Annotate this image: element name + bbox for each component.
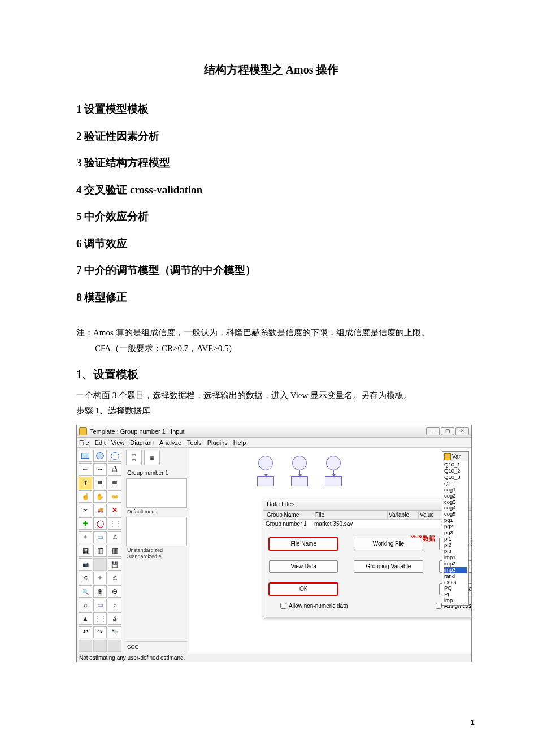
model-label[interactable]: Default model (126, 509, 187, 516)
select-one-icon[interactable] (79, 490, 92, 503)
loupe-icon[interactable] (108, 599, 121, 611)
undo-icon[interactable] (79, 626, 92, 638)
ok-button[interactable]: OK (269, 583, 338, 595)
data-files-icon[interactable] (79, 545, 92, 557)
grouping-variable-button[interactable]: Grouping Variable (354, 560, 423, 573)
disabled-tool-icon (108, 640, 121, 652)
checkbox-icon[interactable] (280, 603, 286, 609)
dialog-title: Data Files (263, 499, 471, 511)
status-bar: Not estimating any user-defined estimand… (77, 654, 471, 662)
mid-bottom-label: COG (126, 641, 187, 652)
variable-item[interactable]: cog1 (444, 487, 467, 493)
menu-analyze[interactable]: Analyze (159, 439, 181, 446)
calculate-icon[interactable] (108, 545, 121, 557)
input-path-diagram-icon[interactable]: ▭▭ (126, 450, 142, 465)
toc-item: 5 中介效应分析 (76, 203, 466, 230)
copy-clipboard-icon[interactable] (79, 558, 92, 571)
disabled-tool-icon (93, 640, 107, 652)
diagram-node[interactable] (325, 456, 342, 486)
checkbox-icon[interactable] (436, 603, 442, 609)
shape-change-icon[interactable] (79, 517, 92, 530)
close-button[interactable]: ✕ (455, 427, 469, 435)
estimate-label[interactable]: Standardized e (126, 554, 187, 560)
menu-diagram[interactable]: Diagram (130, 439, 154, 446)
fit-page-icon[interactable] (93, 599, 107, 611)
reflect-icon[interactable] (108, 517, 121, 530)
menu-help[interactable]: Help (233, 439, 246, 446)
scroll-icon[interactable] (93, 531, 107, 543)
erase-icon[interactable] (108, 504, 121, 516)
covariance-tool-icon[interactable] (93, 463, 107, 476)
section-body: 一个构面 3 个题目，选择数据档，选择输出的数据，进入 View 显示变量名。另… (76, 388, 466, 420)
spec-search-icon[interactable] (108, 626, 121, 638)
path-tool-icon[interactable] (79, 463, 92, 476)
object-properties-icon[interactable] (79, 572, 92, 584)
variable-item[interactable]: imp3 (444, 567, 467, 573)
variable-item[interactable]: cog2 (444, 493, 467, 499)
allow-non-numeric-checkbox[interactable]: Allow non-numeric data (280, 603, 348, 609)
maximize-button[interactable]: ▢ (441, 427, 454, 435)
variable-item[interactable]: rand (444, 573, 467, 580)
toc-item: 4 交叉验证 cross-validation (76, 176, 466, 204)
preserve-symmetry-icon[interactable] (108, 572, 121, 584)
model-panel: ▭▭ ▦ Group number 1 Default model Unstan… (124, 448, 189, 654)
variables-model-icon[interactable] (108, 477, 121, 489)
output-path-diagram-icon[interactable]: ▦ (144, 450, 160, 465)
title-tool-icon[interactable] (79, 477, 92, 489)
view-data-button[interactable]: View Data (269, 560, 338, 573)
diagram-node[interactable] (257, 456, 274, 486)
deselect-all-icon[interactable] (108, 490, 121, 503)
cell-variable (388, 521, 419, 527)
variables-list[interactable]: Q10_1Q10_2Q10_3Q11cog1cog2cog3cog4cog5pq… (443, 461, 468, 604)
doc-title: 结构方程模型之 Amos 操作 (76, 62, 466, 77)
menu-tools[interactable]: Tools (187, 439, 202, 446)
menu-file[interactable]: File (79, 439, 89, 446)
zoom-select-icon[interactable] (79, 585, 92, 598)
models-list[interactable] (126, 517, 187, 546)
title-bar: Template : Group number 1 : Input — ▢ ✕ (77, 425, 471, 438)
multigroup-icon[interactable] (93, 612, 107, 625)
minimize-button[interactable]: — (426, 427, 440, 435)
select-all-icon[interactable] (93, 490, 107, 503)
zoom-in-icon[interactable] (93, 585, 107, 598)
estimate-label[interactable]: Unstandardized (126, 547, 187, 554)
dialog-grid-row[interactable]: Group number 1 market 350.sav 350/350 (263, 520, 471, 528)
diagram-node[interactable] (291, 456, 308, 486)
error-tool-icon[interactable] (108, 463, 121, 476)
redo-icon[interactable] (93, 626, 107, 638)
cell-value (419, 521, 441, 527)
variables-panel[interactable]: Var Q10_1Q10_2Q10_3Q11cog1cog2cog3cog4co… (442, 451, 469, 606)
menu-plugins[interactable]: Plugins (207, 439, 228, 446)
latent-var-tool-icon[interactable] (93, 450, 107, 462)
move-param-icon[interactable] (79, 531, 92, 543)
menu-view[interactable]: View (111, 439, 125, 446)
view-text-icon[interactable] (93, 558, 107, 571)
zoom-page-icon[interactable] (79, 599, 92, 611)
groups-list[interactable] (126, 478, 187, 508)
file-name-button[interactable]: File Name (269, 538, 338, 550)
observed-var-tool-icon[interactable] (79, 450, 92, 462)
diagram-canvas[interactable]: Data Files Group Name File Variable Valu… (189, 448, 471, 654)
variable-item[interactable]: imp (444, 598, 467, 604)
group-label[interactable]: Group number 1 (127, 470, 187, 476)
disabled-tool-icon (79, 640, 92, 652)
drag-properties-icon[interactable] (93, 572, 107, 584)
analysis-properties-icon[interactable] (93, 545, 107, 557)
indicator-tool-icon[interactable] (108, 450, 121, 462)
rotate-icon[interactable] (93, 517, 107, 530)
save-icon[interactable] (108, 558, 121, 571)
toolbox (77, 448, 124, 654)
print-icon[interactable] (108, 612, 121, 625)
toc-item: 1 设置模型模板 (76, 96, 466, 123)
data-files-dialog: Data Files Group Name File Variable Valu… (263, 499, 471, 617)
variables-dataset-icon[interactable] (93, 477, 107, 489)
app-icon (79, 427, 87, 435)
menu-edit[interactable]: Edit (95, 439, 106, 446)
working-file-button[interactable]: Working File (354, 538, 423, 550)
duplicate-icon[interactable] (79, 504, 92, 516)
zoom-out-icon[interactable] (108, 585, 121, 598)
bayesian-icon[interactable] (79, 612, 92, 625)
checkbox-label: Allow non-numeric data (289, 603, 348, 609)
move-icon[interactable] (93, 504, 107, 516)
touch-up-icon[interactable] (108, 531, 121, 543)
